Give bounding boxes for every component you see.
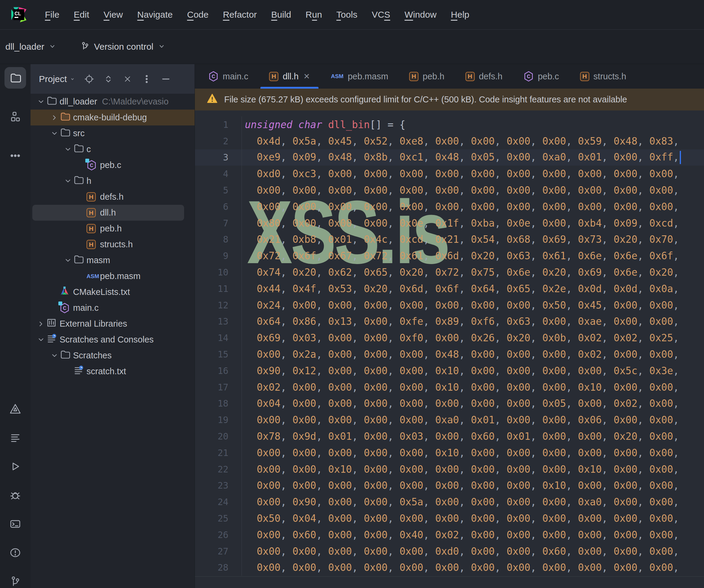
chevron-down-icon[interactable] bbox=[49, 128, 60, 138]
terminal-tool-icon[interactable] bbox=[9, 518, 21, 530]
code-line-19[interactable]: 19 0x00, 0x00, 0x00, 0x00, 0x00, 0xa0, 0… bbox=[195, 412, 704, 428]
menu-edit[interactable]: Edit bbox=[66, 10, 97, 20]
menu-help[interactable]: Help bbox=[444, 10, 476, 20]
menu-tools[interactable]: Tools bbox=[329, 10, 365, 20]
h-file-icon: H bbox=[86, 240, 96, 249]
code-line-23[interactable]: 23 0x00, 0x00, 0x00, 0x00, 0x00, 0x00, 0… bbox=[195, 477, 704, 494]
code-editor[interactable]: 1 unsigned char dll_bin[] = {2 0x4d, 0x5… bbox=[195, 111, 704, 576]
tree-item-scratches-and-consoles[interactable]: Scratches and Consoles bbox=[31, 332, 194, 348]
tree-item-external-libraries[interactable]: External Libraries bbox=[31, 316, 194, 332]
tree-item-dll-h[interactable]: Hdll.h bbox=[32, 205, 184, 221]
tab-peb-c[interactable]: C peb.c bbox=[513, 64, 570, 89]
menu-window[interactable]: Window bbox=[398, 10, 444, 20]
chevron-right-icon[interactable] bbox=[36, 319, 46, 329]
tree-item-h[interactable]: h bbox=[31, 173, 194, 189]
tab-defs-h[interactable]: Hdefs.h bbox=[455, 64, 513, 89]
project-panel-title[interactable]: Project bbox=[39, 74, 75, 84]
git-tool-icon[interactable] bbox=[9, 575, 21, 587]
chevron-down-icon[interactable] bbox=[63, 144, 73, 155]
code-line-9[interactable]: 9 0x72, 0x6f, 0x67, 0x72, 0x61, 0x6d, 0x… bbox=[195, 248, 704, 264]
code-line-21[interactable]: 21 0x00, 0x00, 0x00, 0x00, 0x00, 0x10, 0… bbox=[195, 445, 704, 461]
problems-tool-icon[interactable] bbox=[9, 547, 21, 558]
chevron-slot bbox=[76, 208, 86, 218]
tree-item-scratches[interactable]: Scratches bbox=[31, 348, 194, 363]
excluded-folder-icon bbox=[60, 111, 70, 124]
chevron-down-icon[interactable] bbox=[36, 97, 46, 107]
menu-vcs[interactable]: VCS bbox=[365, 10, 398, 20]
code-line-6[interactable]: 6 0x00, 0x00, 0x00, 0x00, 0x00, 0x00, 0x… bbox=[195, 198, 704, 215]
structure-tool-icon[interactable] bbox=[4, 106, 26, 127]
menu-navigate[interactable]: Navigate bbox=[130, 10, 180, 20]
run-tool-icon[interactable] bbox=[9, 461, 21, 472]
hide-panel-icon[interactable] bbox=[161, 74, 171, 84]
tree-item-peb-h[interactable]: Hpeb.h bbox=[31, 221, 194, 237]
tree-item-cmake-build-debug[interactable]: cmake-build-debug bbox=[31, 110, 194, 125]
tree-item-peb-masm[interactable]: ASMpeb.masm bbox=[31, 268, 194, 284]
locate-file-icon[interactable] bbox=[84, 74, 94, 84]
tree-item-scratch-txt[interactable]: scratch.txt bbox=[31, 363, 194, 379]
menu-file[interactable]: File bbox=[38, 10, 66, 20]
tree-item-c[interactable]: c bbox=[31, 141, 194, 157]
tab-peb-h[interactable]: Hpeb.h bbox=[399, 64, 455, 89]
tree-item-structs-h[interactable]: Hstructs.h bbox=[31, 237, 194, 252]
code-line-2[interactable]: 2 0x4d, 0x5a, 0x45, 0x52, 0xe8, 0x00, 0x… bbox=[195, 133, 704, 150]
h-file-icon: H bbox=[86, 208, 96, 217]
activity-bar bbox=[0, 64, 31, 588]
chevron-down-icon[interactable] bbox=[63, 176, 73, 186]
code-line-7[interactable]: 7 0x80, 0x00, 0x00, 0x00, 0x0e, 0x1f, 0x… bbox=[195, 215, 704, 231]
build-messages-icon[interactable] bbox=[9, 432, 21, 444]
cmake-tool-icon[interactable] bbox=[9, 403, 21, 415]
code-line-1[interactable]: 1 unsigned char dll_bin[] = { bbox=[195, 116, 704, 133]
chevron-right-icon[interactable] bbox=[49, 113, 60, 123]
tree-item-peb-c[interactable]: C peb.c bbox=[31, 157, 194, 173]
tree-item-src[interactable]: src bbox=[31, 125, 194, 141]
collapse-all-icon[interactable] bbox=[122, 74, 133, 84]
chevron-down-icon[interactable] bbox=[49, 351, 60, 361]
code-line-14[interactable]: 14 0x69, 0x03, 0x00, 0x00, 0xf0, 0x00, 0… bbox=[195, 330, 704, 346]
code-line-5[interactable]: 5 0x00, 0x00, 0x00, 0x00, 0x00, 0x00, 0x… bbox=[195, 182, 704, 198]
code-line-11[interactable]: 11 0x44, 0x4f, 0x53, 0x20, 0x6d, 0x6f, 0… bbox=[195, 281, 704, 297]
code-line-25[interactable]: 25 0x50, 0x04, 0x00, 0x00, 0x00, 0x00, 0… bbox=[195, 510, 704, 527]
tree-item-cmakelists-txt[interactable]: CMakeLists.txt bbox=[31, 284, 194, 300]
menu-code[interactable]: Code bbox=[180, 10, 216, 20]
version-control-widget[interactable]: Version control bbox=[80, 41, 165, 53]
tree-item-dll-loader[interactable]: dll_loaderC:\Maldev\evasio bbox=[31, 94, 194, 110]
tab-peb-masm[interactable]: ASMpeb.masm bbox=[320, 64, 399, 89]
code-line-4[interactable]: 4 0xd0, 0xc3, 0x00, 0x00, 0x00, 0x00, 0x… bbox=[195, 166, 704, 182]
expand-all-icon[interactable] bbox=[103, 74, 113, 84]
debug-tool-icon[interactable] bbox=[9, 489, 21, 501]
project-selector[interactable]: dll_loader bbox=[5, 41, 56, 52]
tab-main-c[interactable]: C main.c bbox=[198, 64, 258, 89]
tree-item-masm[interactable]: masm bbox=[31, 252, 194, 268]
code-line-22[interactable]: 22 0x00, 0x00, 0x10, 0x00, 0x00, 0x00, 0… bbox=[195, 461, 704, 477]
menu-build[interactable]: Build bbox=[264, 10, 298, 20]
tree-item-defs-h[interactable]: Hdefs.h bbox=[31, 189, 194, 205]
chevron-down-icon[interactable] bbox=[63, 255, 73, 266]
code-line-18[interactable]: 18 0x04, 0x00, 0x00, 0x00, 0x00, 0x00, 0… bbox=[195, 396, 704, 412]
tab-dll-h[interactable]: Hdll.h✕ bbox=[258, 64, 320, 89]
code-line-3[interactable]: 3 0xe9, 0x09, 0x48, 0x8b, 0xc1, 0x48, 0x… bbox=[195, 150, 704, 166]
tab-structs-h[interactable]: Hstructs.h bbox=[570, 64, 637, 89]
code-line-17[interactable]: 17 0x02, 0x00, 0x00, 0x00, 0x00, 0x10, 0… bbox=[195, 379, 704, 396]
chevron-down-icon[interactable] bbox=[36, 335, 46, 345]
menu-refactor[interactable]: Refactor bbox=[216, 10, 264, 20]
menu-run[interactable]: Run bbox=[298, 10, 329, 20]
code-line-8[interactable]: 8 0x21, 0xb8, 0x01, 0x4c, 0xcd, 0x21, 0x… bbox=[195, 231, 704, 248]
project-tool-icon[interactable] bbox=[4, 67, 26, 89]
more-tools-icon[interactable] bbox=[4, 145, 26, 167]
code-line-24[interactable]: 24 0x00, 0x90, 0x00, 0x00, 0x5a, 0x00, 0… bbox=[195, 494, 704, 510]
close-icon[interactable]: ✕ bbox=[303, 72, 310, 81]
tree-item-main-c[interactable]: C main.c bbox=[31, 300, 194, 316]
code-line-12[interactable]: 12 0x24, 0x00, 0x00, 0x00, 0x00, 0x00, 0… bbox=[195, 297, 704, 313]
code-line-10[interactable]: 10 0x74, 0x20, 0x62, 0x65, 0x20, 0x72, 0… bbox=[195, 264, 704, 281]
panel-options-icon[interactable] bbox=[141, 74, 152, 84]
code-line-15[interactable]: 15 0x00, 0x2a, 0x00, 0x00, 0x00, 0x48, 0… bbox=[195, 346, 704, 363]
menu-view[interactable]: View bbox=[97, 10, 130, 20]
code-line-16[interactable]: 16 0x90, 0x12, 0x00, 0x00, 0x00, 0x10, 0… bbox=[195, 363, 704, 379]
code-line-20[interactable]: 20 0x78, 0x9d, 0x01, 0x00, 0x03, 0x00, 0… bbox=[195, 428, 704, 445]
code-line-26[interactable]: 26 0x00, 0x60, 0x00, 0x00, 0x40, 0x02, 0… bbox=[195, 527, 704, 543]
code-line-27[interactable]: 27 0x00, 0x00, 0x00, 0x00, 0x00, 0xd0, 0… bbox=[195, 543, 704, 560]
code-line-13[interactable]: 13 0x64, 0x86, 0x13, 0x00, 0xfe, 0x89, 0… bbox=[195, 313, 704, 330]
git-branch-icon bbox=[80, 41, 90, 53]
code-line-28[interactable]: 28 0x00, 0x00, 0x00, 0x00, 0x00, 0x00, 0… bbox=[195, 560, 704, 576]
